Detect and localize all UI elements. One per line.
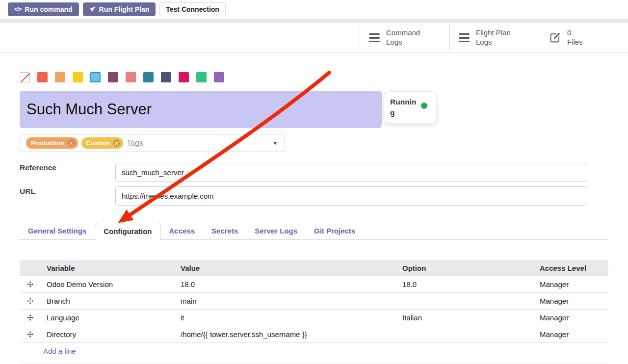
stat-button-row: Command Logs Flight Plan Logs 0 Files (0, 23, 628, 53)
cell-option[interactable]: Italian (396, 313, 534, 322)
caret-down-icon[interactable]: ▾ (273, 139, 277, 147)
swatch-blue[interactable] (161, 72, 171, 82)
reference-label: Reference (20, 163, 56, 172)
drag-handle-icon[interactable] (20, 331, 41, 338)
menu-icon (459, 33, 470, 43)
swatch-purple[interactable] (108, 72, 118, 82)
column-header-variable: Variable (41, 264, 175, 272)
test-connection-button[interactable]: Test Connection (159, 2, 226, 16)
run-command-label: Run command (25, 5, 72, 13)
notebook-tabs: General Settings Configuration Access Se… (20, 223, 608, 240)
cell-value[interactable]: it (175, 313, 396, 322)
table-row: Directory /home/{{ tower.server.ssh_user… (20, 326, 608, 343)
cell-value[interactable]: 18.0 (175, 280, 396, 288)
tab-secrets[interactable]: Secrets (203, 223, 246, 239)
column-header-value: Value (175, 264, 396, 272)
edit-icon (549, 32, 561, 44)
top-toolbar: </> Run command Run Flight Plan Test Con… (0, 0, 628, 19)
status-card: Running (384, 91, 437, 124)
cell-value[interactable]: /home/{{ tower.server.ssh_username }} (175, 330, 396, 338)
cell-value[interactable]: main (175, 297, 396, 305)
cell-option[interactable]: 18.0 (396, 280, 534, 288)
swatch-cyan-selected[interactable] (90, 72, 101, 82)
menu-icon (369, 33, 380, 43)
command-logs-label: Command Logs (386, 28, 427, 47)
run-flight-plan-label: Run Flight Plan (99, 5, 150, 13)
server-name: Such Much Server (26, 101, 152, 118)
paper-plane-icon (89, 6, 96, 13)
tag-production-label: Production (31, 139, 65, 147)
cell-variable[interactable]: Odoo Demo Version (41, 280, 175, 288)
color-picker (20, 72, 224, 82)
code-icon: </> (14, 6, 21, 13)
test-connection-label: Test Connection (166, 5, 219, 13)
files-button[interactable]: 0 Files (540, 23, 628, 52)
swatch-orange[interactable] (55, 72, 65, 82)
command-logs-button[interactable]: Command Logs (360, 23, 449, 52)
table-header: Variable Value Option Access Level (20, 260, 608, 276)
cell-access-level[interactable]: Manager (534, 330, 608, 338)
tab-git-projects[interactable]: Git Projects (306, 223, 364, 239)
swatch-yellow[interactable] (73, 72, 83, 82)
status-label: Running (390, 97, 417, 118)
tag-production: Production × (26, 137, 78, 149)
tags-placeholder: Tags (127, 139, 143, 148)
tags-field[interactable]: Production × Custom × Tags ▾ (20, 134, 285, 152)
tag-custom: Custom × (81, 137, 123, 149)
flight-plan-logs-button[interactable]: Flight Plan Logs (449, 23, 540, 52)
close-icon[interactable]: × (68, 139, 75, 147)
drag-handle-icon[interactable] (20, 281, 41, 287)
tab-configuration[interactable]: Configuration (95, 223, 160, 240)
close-icon[interactable]: × (113, 139, 120, 147)
add-a-line-link[interactable]: Add a line (43, 347, 76, 355)
cell-variable[interactable]: Language (41, 313, 175, 322)
column-header-access-level: Access Level (534, 264, 608, 272)
column-header-option: Option (396, 264, 534, 272)
drag-handle-icon[interactable] (20, 314, 41, 321)
cell-access-level[interactable]: Manager (534, 297, 608, 305)
swatch-almond[interactable] (126, 72, 136, 82)
divider-strip (0, 19, 628, 23)
run-command-button[interactable]: </> Run command (8, 2, 79, 16)
cell-access-level[interactable]: Manager (534, 280, 608, 288)
url-input[interactable] (115, 186, 587, 206)
cell-access-level[interactable]: Manager (534, 313, 608, 322)
swatch-green[interactable] (196, 72, 207, 82)
swatch-violet[interactable] (214, 72, 224, 82)
files-count: 0 (567, 28, 583, 38)
swatch-red[interactable] (37, 72, 48, 82)
variables-table: Variable Value Option Access Level Odoo … (20, 260, 608, 359)
files-label: Files (567, 38, 583, 47)
add-line-row: Add a line (20, 343, 608, 359)
drag-handle-icon[interactable] (20, 298, 41, 304)
reference-input[interactable] (115, 163, 587, 182)
tab-server-logs[interactable]: Server Logs (246, 223, 306, 239)
swatch-teal[interactable] (143, 72, 154, 82)
tab-general-settings[interactable]: General Settings (20, 223, 95, 239)
files-stat: 0 Files (567, 28, 583, 47)
swatch-raspberry[interactable] (179, 72, 189, 82)
cell-variable[interactable]: Branch (41, 297, 175, 305)
bottom-divider (20, 363, 608, 363)
server-name-field[interactable]: Such Much Server (20, 91, 382, 128)
table-row: Language it Italian Manager (20, 310, 608, 326)
tag-custom-label: Custom (86, 139, 110, 147)
cell-variable[interactable]: Directory (41, 330, 175, 338)
url-label: URL (20, 187, 35, 196)
run-flight-plan-button[interactable]: Run Flight Plan (83, 2, 156, 16)
tab-access[interactable]: Access (161, 223, 204, 239)
status-indicator-dot (421, 103, 427, 109)
swatch-no-color[interactable] (20, 72, 30, 82)
flight-plan-logs-label: Flight Plan Logs (476, 28, 517, 47)
table-row: Odoo Demo Version 18.0 18.0 Manager (20, 276, 608, 293)
table-row: Branch main Manager (20, 293, 608, 310)
